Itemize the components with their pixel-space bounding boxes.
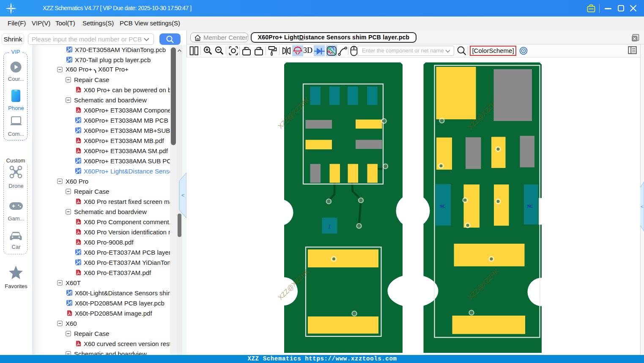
svg-text:<: < (181, 192, 184, 198)
svg-text:NC: NC (527, 204, 533, 209)
svg-text:<: < (641, 204, 643, 209)
svg-text:1: 1 (328, 223, 331, 228)
svg-text:NC: NC (440, 204, 446, 209)
